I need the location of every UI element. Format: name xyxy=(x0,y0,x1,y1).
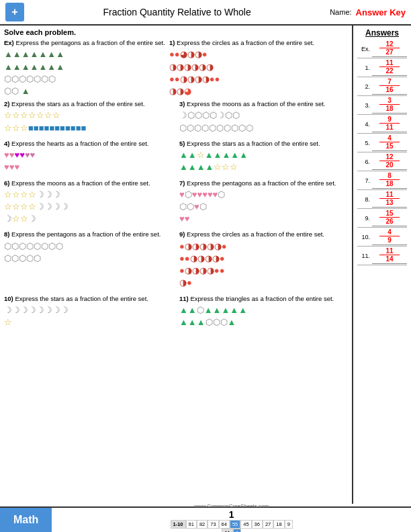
answer-key-label: Answer Key xyxy=(356,7,406,17)
main-area: Solve each problem. Ex) Express the pent… xyxy=(0,26,411,504)
answer-fraction: 7 16 xyxy=(372,78,407,93)
answer-row: 10. 4 9 xyxy=(357,228,407,247)
answer-row: 4. 9 11 xyxy=(357,116,407,134)
answer-label: 6. xyxy=(357,159,372,165)
answer-label: 1. xyxy=(357,64,372,71)
example-row: Ex) Express the pentagons as a fraction … xyxy=(4,39,348,97)
answer-label: 4. xyxy=(357,121,372,128)
problem-10: 10) Express the stars as a fraction of t… xyxy=(4,295,173,329)
answer-label: 2. xyxy=(357,83,372,90)
answer-row: 11. 11 14 xyxy=(357,247,407,265)
footer-math-label: Math xyxy=(0,508,52,532)
problem-2: 2) Express the stars as a fraction of th… xyxy=(4,100,173,134)
logo-icon: + xyxy=(5,3,24,21)
answer-label: 5. xyxy=(357,140,372,146)
footer-page: 1 xyxy=(229,509,234,520)
example-problem: Ex) Express the pentagons as a fraction … xyxy=(4,39,165,97)
answer-fraction: 12 27 xyxy=(372,40,407,56)
header-right: Name: Answer Key xyxy=(330,7,406,17)
answer-row: 2. 7 16 xyxy=(357,78,407,96)
answer-fraction: 9 11 xyxy=(372,116,407,131)
answer-row: 8. 11 13 xyxy=(357,191,407,209)
problem-7: 7) Express the pentagons as a fraction o… xyxy=(179,179,348,226)
answer-label: 7. xyxy=(357,177,372,184)
footer-url: www.CommonCoreSheets.com xyxy=(194,503,269,509)
footer-stats-row2: 11 0 xyxy=(222,529,241,533)
answer-label: 8. xyxy=(357,196,372,203)
answer-label: 10. xyxy=(357,234,372,240)
page-header: + Fraction Quantity Relative to Whole Na… xyxy=(0,0,411,26)
problem-11: 11) Express the triangles as a fraction … xyxy=(179,295,348,329)
answer-row: 9. 15 26 xyxy=(357,210,407,228)
problem-8: 8) Express the pentagons as a fraction o… xyxy=(4,230,173,289)
problems-grid: 2) Express the stars as a fraction of th… xyxy=(4,100,348,332)
problem-4: 4) Express the hearts as a fraction of t… xyxy=(4,140,173,174)
answer-fraction: 4 9 xyxy=(372,228,407,244)
answer-fraction: 3 18 xyxy=(372,97,407,112)
answer-row: 6. 12 20 xyxy=(357,153,407,171)
answer-label: 3. xyxy=(357,102,372,109)
footer-stats: 1-10 91 82 73 64 55 45 36 27 18 9 xyxy=(171,520,293,529)
answers-title: Answers xyxy=(357,28,407,38)
answers-list: Ex. 12 27 1. 11 22 2. 7 16 3. xyxy=(357,40,407,265)
problem-6: 6) Express the moons as a fraction of th… xyxy=(4,179,173,226)
answer-row: 7. 8 18 xyxy=(357,172,407,190)
answers-panel: Answers Ex. 12 27 1. 11 22 2. 7 16 xyxy=(352,26,411,504)
answer-fraction: 12 20 xyxy=(372,153,407,169)
problem-1: 1) Express the circles as a fraction of … xyxy=(169,39,330,97)
problem-3: 3) Express the moons as a fraction of th… xyxy=(179,100,348,134)
page-footer: Math www.CommonCoreSheets.com 1 1-10 91 … xyxy=(0,506,411,532)
problem-9: 9) Express the circles as a fraction of … xyxy=(179,230,348,289)
content-area: Solve each problem. Ex) Express the pent… xyxy=(0,26,352,504)
answer-row: 1. 11 22 xyxy=(357,59,407,77)
footer-center: www.CommonCoreSheets.com 1 1-10 91 82 73… xyxy=(52,508,411,532)
problem-5: 5) Express the stars as a fraction of th… xyxy=(179,140,348,174)
answer-label: 11. xyxy=(357,253,372,259)
answer-row: 3. 3 18 xyxy=(357,97,407,115)
answer-fraction: 11 13 xyxy=(372,191,407,206)
answer-fraction: 15 26 xyxy=(372,210,407,225)
answer-fraction: 8 18 xyxy=(372,172,407,187)
answer-fraction: 4 15 xyxy=(372,134,407,150)
answer-label: 9. xyxy=(357,215,372,222)
page-title: Fraction Quantity Relative to Whole xyxy=(24,7,330,17)
solve-label: Solve each problem. xyxy=(4,28,348,36)
answer-row: 5. 4 15 xyxy=(357,134,407,152)
answer-row: Ex. 12 27 xyxy=(357,40,407,58)
answer-fraction: 11 22 xyxy=(372,59,407,75)
answer-fraction: 11 14 xyxy=(372,247,407,263)
answer-label: Ex. xyxy=(357,46,372,52)
